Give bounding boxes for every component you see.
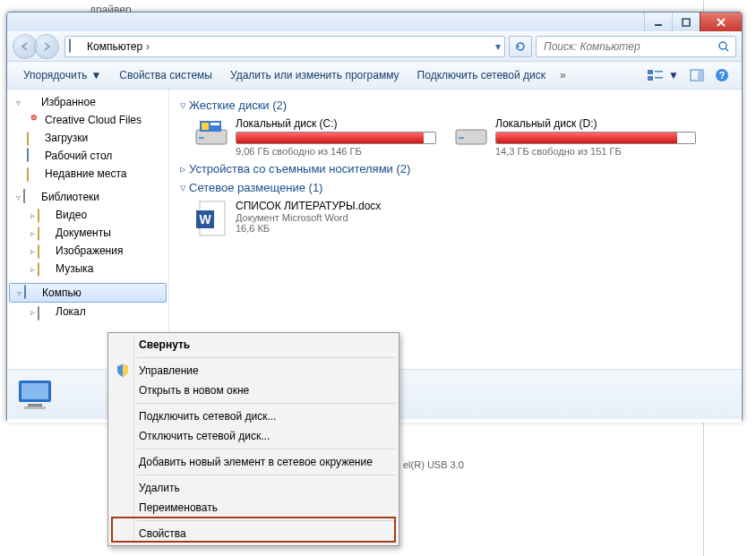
ctx-separator xyxy=(137,403,395,404)
drive-usage-bar xyxy=(495,132,696,144)
svg-rect-14 xyxy=(202,123,209,130)
search-box[interactable] xyxy=(536,36,736,57)
breadcrumb-separator: › xyxy=(142,40,153,53)
music-icon xyxy=(38,262,39,277)
search-input[interactable] xyxy=(542,39,717,54)
tree-libraries[interactable]: ▿Библиотеки xyxy=(7,188,168,206)
svg-rect-8 xyxy=(698,70,703,81)
word-document-icon: W xyxy=(194,200,228,237)
svg-rect-0 xyxy=(655,24,662,26)
category-network[interactable]: ▿Сетевое размещение (1) xyxy=(176,181,735,194)
hard-drive-icon xyxy=(194,117,228,148)
ctx-manage[interactable]: Управление xyxy=(110,361,397,381)
breadcrumb-dropdown[interactable]: ▾ xyxy=(495,40,501,53)
drive-free-text: 9,06 ГБ свободно из 146 ГБ xyxy=(236,146,436,157)
ctx-open-new-window[interactable]: Открыть в новом окне xyxy=(110,381,397,400)
preview-pane-button[interactable] xyxy=(684,62,709,89)
maximize-button[interactable] xyxy=(672,13,700,31)
ctx-collapse[interactable]: Свернуть xyxy=(110,335,397,355)
documents-icon xyxy=(38,227,39,241)
drive-free-text: 14,3 ГБ свободно из 151 ГБ xyxy=(495,146,696,157)
computer-large-icon xyxy=(15,377,58,413)
category-hard-drives[interactable]: ▿Жесткие диски (2) xyxy=(176,98,735,112)
help-icon: ? xyxy=(715,68,729,82)
address-bar: Компьютер › ▾ xyxy=(7,31,742,62)
svg-rect-5 xyxy=(655,71,663,73)
tree-local-disk[interactable]: ▹Локал xyxy=(7,303,168,321)
recent-icon xyxy=(27,167,29,182)
minimize-button[interactable] xyxy=(644,13,672,31)
uninstall-program-button[interactable]: Удалить или изменить программу xyxy=(221,62,408,89)
help-button[interactable]: ? xyxy=(709,62,735,89)
view-options-button[interactable]: ▼ xyxy=(641,62,684,89)
tree-images[interactable]: ▹Изображения xyxy=(7,242,168,260)
svg-rect-1 xyxy=(683,19,690,26)
tree-desktop[interactable]: Рабочий стол xyxy=(7,147,168,165)
drive-name: Локальный диск (D:) xyxy=(495,117,696,130)
tree-recent[interactable]: Недавние места xyxy=(7,165,168,183)
computer-icon xyxy=(69,39,83,54)
svg-rect-12 xyxy=(199,137,204,139)
organize-button[interactable]: Упорядочить▼ xyxy=(14,62,110,89)
system-properties-button[interactable]: Свойства системы xyxy=(110,62,221,89)
svg-rect-3 xyxy=(648,70,653,74)
folder-icon xyxy=(27,132,29,146)
map-network-drive-button[interactable]: Подключить сетевой диск xyxy=(408,62,554,89)
ctx-rename[interactable]: Переименовать xyxy=(110,498,397,518)
file-item[interactable]: W СПИСОК ЛИТЕРАТУРЫ.docx Документ Micros… xyxy=(194,200,735,237)
creative-cloud-icon: ⊚ xyxy=(27,113,41,127)
svg-rect-17 xyxy=(459,137,464,139)
drive-icon xyxy=(38,306,39,321)
svg-rect-6 xyxy=(655,77,663,79)
close-icon xyxy=(715,17,727,28)
file-size: 16,6 КБ xyxy=(236,223,381,234)
svg-point-2 xyxy=(719,42,726,49)
arrow-right-icon xyxy=(41,41,52,52)
svg-text:W: W xyxy=(199,212,211,227)
tree-downloads[interactable]: Загрузки xyxy=(7,129,168,147)
libraries-icon xyxy=(23,189,25,203)
maximize-icon xyxy=(681,17,692,28)
minimize-icon xyxy=(653,17,664,28)
drive-item[interactable]: Локальный диск (C:) 9,06 ГБ свободно из … xyxy=(194,117,436,157)
category-removable[interactable]: ▹Устройства со съемными носителями (2) xyxy=(176,162,735,175)
drive-usage-bar xyxy=(236,132,436,144)
svg-rect-15 xyxy=(210,123,219,125)
titlebar xyxy=(7,13,742,31)
svg-text:?: ? xyxy=(719,70,726,81)
refresh-icon xyxy=(514,40,527,53)
file-name: СПИСОК ЛИТЕРАТУРЫ.docx xyxy=(236,200,381,212)
tree-creative-cloud[interactable]: ⊚Creative Cloud Files xyxy=(7,111,168,129)
background-snippet: el(R) USB 3.0 xyxy=(403,459,464,470)
tree-music[interactable]: ▹Музыка xyxy=(7,260,168,278)
ctx-disconnect-drive[interactable]: Отключить сетевой диск... xyxy=(110,426,397,446)
tree-computer[interactable]: ▿Компью xyxy=(9,283,167,303)
ctx-delete[interactable]: Удалить xyxy=(110,478,397,498)
tree-video[interactable]: ▹Видео xyxy=(7,206,168,224)
drive-item[interactable]: Локальный диск (D:) 14,3 ГБ свободно из … xyxy=(454,117,696,157)
svg-rect-24 xyxy=(24,406,46,409)
images-icon xyxy=(38,244,39,259)
ctx-separator xyxy=(137,475,395,475)
tree-documents[interactable]: ▹Документы xyxy=(7,224,168,242)
computer-icon xyxy=(24,285,26,299)
breadcrumb[interactable]: Компьютер › ▾ xyxy=(64,36,505,57)
refresh-button[interactable] xyxy=(509,36,532,57)
ctx-separator xyxy=(137,357,395,358)
ctx-add-network-location[interactable]: Добавить новый элемент в сетевое окружен… xyxy=(110,452,397,472)
drive-name: Локальный диск (C:) xyxy=(236,117,436,130)
forward-button[interactable] xyxy=(34,34,59,59)
breadcrumb-item[interactable]: Компьютер xyxy=(87,40,142,53)
ctx-properties[interactable]: Свойства xyxy=(110,524,397,543)
search-icon xyxy=(717,40,730,53)
video-icon xyxy=(38,209,39,223)
tree-favorites[interactable]: ▿Избранное xyxy=(7,93,168,111)
toolbar-overflow-button[interactable]: » xyxy=(554,62,571,89)
shield-icon xyxy=(116,364,130,378)
ctx-separator xyxy=(137,449,395,449)
ctx-map-drive[interactable]: Подключить сетевой диск... xyxy=(110,406,397,426)
ctx-separator xyxy=(137,520,395,521)
hard-drive-icon xyxy=(454,117,488,148)
close-button[interactable] xyxy=(700,13,742,31)
view-icon xyxy=(647,68,665,82)
